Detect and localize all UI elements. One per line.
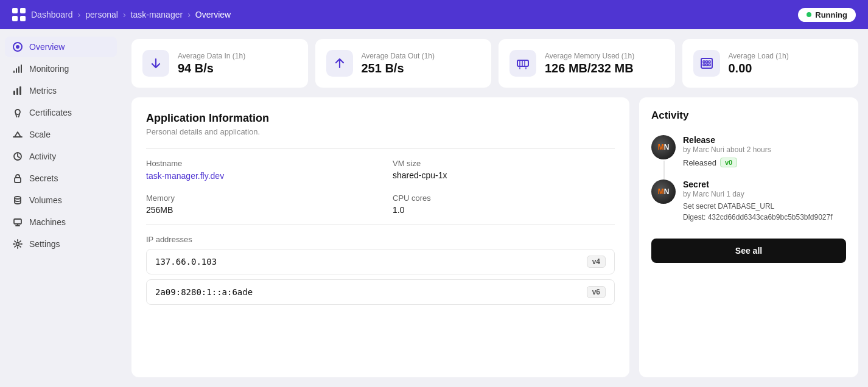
stat-info-memory: Average Memory Used (1h) 126 MB/232 MB [545, 52, 634, 75]
volumes-icon [12, 195, 23, 206]
svg-rect-11 [15, 178, 21, 183]
activity-content-release: Release by Marc Nuri about 2 hours Relea… [683, 135, 846, 167]
svg-rect-22 [703, 61, 705, 63]
info-field-vmsize: VM size shared-cpu-1x [393, 159, 615, 181]
stat-card-load: Average Load (1h) 0.00 [682, 39, 859, 88]
sidebar-item-machines[interactable]: Machines [5, 212, 117, 232]
info-divider-2 [146, 225, 615, 225]
stat-label-data-in: Average Data In (1h) [178, 52, 245, 60]
svg-point-12 [15, 197, 21, 199]
see-all-button[interactable]: See all [651, 239, 846, 263]
svg-rect-4 [18, 66, 19, 73]
breadcrumb-sep-3: › [187, 10, 191, 19]
breadcrumb-sep-2: › [123, 10, 126, 19]
info-field-memory: Memory 256MB [146, 194, 368, 215]
sidebar-label-volumes: Volumes [29, 195, 62, 205]
sidebar: Overview Monitoring [0, 29, 122, 387]
breadcrumb-dashboard[interactable]: Dashboard [31, 10, 73, 19]
breadcrumb-personal[interactable]: personal [85, 10, 118, 19]
info-field-cpu: CPU cores 1.0 [393, 194, 615, 215]
vmsize-label: VM size [393, 159, 615, 168]
svg-rect-8 [19, 86, 21, 95]
sidebar-label-overview: Overview [29, 42, 65, 52]
activity-item-secret: MN Secret by Marc Nuri 1 day Set secret … [651, 173, 846, 229]
app-info-card: Application Information Personal details… [131, 97, 629, 377]
svg-rect-7 [16, 88, 18, 95]
ip-badge-v4: v4 [587, 256, 606, 268]
activity-event-type-secret: Secret [683, 180, 846, 189]
stats-row: Average Data In (1h) 94 B/s Average Data… [131, 39, 858, 88]
svg-rect-27 [709, 64, 710, 66]
breadcrumb-task-manager[interactable]: task-manager [131, 10, 183, 19]
ip-addr-v6: 2a09:8280:1::a:6ade [155, 287, 253, 297]
sidebar-label-metrics: Metrics [29, 86, 57, 96]
memory-icon-wrap [509, 50, 536, 77]
memory-label: Memory [146, 194, 368, 203]
ip-section: IP addresses 137.66.0.103 v4 2a09:8280:1… [146, 235, 615, 305]
status-dot [807, 12, 811, 17]
svg-point-14 [16, 243, 19, 246]
sidebar-label-settings: Settings [29, 239, 60, 249]
ip-label: IP addresses [146, 235, 615, 244]
hostname-value[interactable]: task-manager.fly.dev [146, 171, 224, 181]
sidebar-item-settings[interactable]: Settings [5, 234, 117, 254]
stat-value-data-in: 94 B/s [178, 61, 245, 75]
activity-panel: Activity MN Release [639, 97, 858, 377]
avatar-inner-release: MN [651, 135, 676, 159]
stat-card-memory: Average Memory Used (1h) 126 MB/232 MB [499, 39, 675, 88]
status-label: Running [815, 10, 847, 19]
sidebar-label-activity: Activity [29, 152, 56, 161]
sidebar-item-scale[interactable]: Scale [5, 124, 117, 145]
sidebar-item-secrets[interactable]: Secrets [5, 168, 117, 189]
svg-rect-3 [16, 68, 17, 73]
svg-point-1 [16, 45, 19, 49]
sidebar-label-certificates: Certificates [29, 108, 72, 117]
activity-icon [12, 151, 23, 162]
svg-rect-21 [701, 58, 712, 68]
memory-value: 256MB [146, 205, 368, 215]
sidebar-label-monitoring: Monitoring [29, 64, 69, 74]
stat-label-memory: Average Memory Used (1h) [545, 52, 634, 60]
info-divider-1 [146, 148, 615, 149]
avatar-inner-secret: MN [651, 180, 676, 204]
stat-info-load: Average Load (1h) 0.00 [729, 52, 789, 75]
svg-rect-5 [21, 64, 22, 73]
breadcrumb-overview: Overview [195, 10, 231, 19]
sidebar-item-overview[interactable]: Overview [5, 37, 117, 57]
svg-rect-23 [705, 61, 707, 63]
main-content: Average Data In (1h) 94 B/s Average Data… [122, 29, 868, 387]
activity-event-detail-release: Released v0 [683, 158, 846, 167]
sidebar-label-scale: Scale [29, 130, 51, 139]
sidebar-item-volumes[interactable]: Volumes [5, 190, 117, 211]
app-info-title: Application Information [146, 112, 615, 125]
sidebar-item-certificates[interactable]: Certificates [5, 102, 117, 123]
app-info-subtitle: Personal details and application. [146, 127, 615, 136]
activity-title: Activity [651, 110, 846, 122]
released-label: Released [683, 158, 716, 167]
sidebar-label-secrets: Secrets [29, 173, 58, 183]
stat-info-data-out: Average Data Out (1h) 251 B/s [362, 52, 435, 75]
svg-rect-15 [517, 60, 528, 66]
dashboard-icon[interactable] [12, 8, 26, 22]
avatar-text-secret: MN [658, 187, 670, 196]
breadcrumb-sep-1: › [78, 10, 81, 19]
ip-badge-v6: v6 [587, 286, 606, 298]
version-badge: v0 [720, 158, 737, 167]
activity-item-release: MN Release by Marc Nuri about 2 hours Re… [651, 129, 846, 173]
certificates-icon [12, 107, 23, 118]
stat-label-load: Average Load (1h) [729, 52, 789, 60]
cpu-value: 1.0 [393, 205, 615, 215]
sidebar-item-monitoring[interactable]: Monitoring [5, 58, 117, 79]
avatar-secret: MN [651, 180, 676, 204]
stat-label-data-out: Average Data Out (1h) [362, 52, 435, 60]
scale-icon [12, 129, 23, 140]
ip-row-v6: 2a09:8280:1::a:6ade v6 [146, 279, 615, 305]
stat-value-memory: 126 MB/232 MB [545, 61, 634, 75]
sidebar-item-activity[interactable]: Activity [5, 146, 117, 167]
activity-event-by-secret: by Marc Nuri 1 day [683, 190, 846, 198]
sidebar-item-metrics[interactable]: Metrics [5, 80, 117, 101]
breadcrumb-area: Dashboard › personal › task-manager › Ov… [12, 8, 793, 22]
ip-row-v4: 137.66.0.103 v4 [146, 249, 615, 274]
activity-content-secret: Secret by Marc Nuri 1 day Set secret DAT… [683, 180, 846, 223]
stat-value-load: 0.00 [729, 61, 789, 75]
